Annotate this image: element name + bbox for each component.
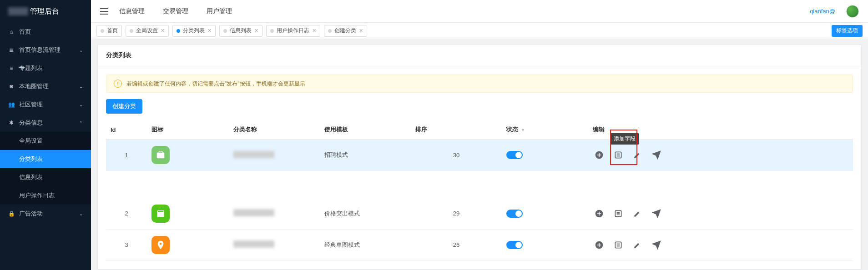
- category-icon: [151, 236, 170, 254]
- sidebar-item-ads[interactable]: 🔒 广告活动 ⌄: [0, 205, 91, 223]
- tab-strip: 首页 全局设置 ✕ 分类列表 ✕ 信息列表 ✕ 用户操作日志 ✕: [91, 23, 868, 39]
- sidebar-item-community[interactable]: 👥 社区管理 ⌄: [0, 95, 91, 114]
- sidebar-item-category[interactable]: ✱ 分类信息 ⌄: [0, 114, 91, 132]
- sidebar-sub-label: 信息列表: [19, 173, 43, 181]
- close-icon[interactable]: ✕: [359, 28, 363, 34]
- tab-options-button[interactable]: 标签选项: [832, 25, 863, 37]
- table-row[interactable]: 1 招聘模式 30 添加字段: [106, 140, 853, 171]
- table-row[interactable]: 2 价格突出模式 29: [106, 198, 853, 230]
- publish-button[interactable]: [650, 239, 663, 251]
- publish-alert: ! 若编辑或创建了任何内容，切记需要点击"发布"按钮，手机端才会更新显示: [106, 75, 853, 93]
- tab-dot-icon: [328, 29, 332, 33]
- sidebar-item-label: 首页: [19, 28, 31, 36]
- tab-create[interactable]: 创建分类 ✕: [324, 25, 367, 37]
- edit-button[interactable]: [631, 239, 644, 251]
- page-title: 分类列表: [98, 45, 861, 66]
- sidebar-sub-label: 分类列表: [19, 155, 43, 163]
- tab-dot-icon: [101, 29, 104, 33]
- sidebar-sub-global[interactable]: 全局设置: [0, 132, 91, 150]
- tab-oplog[interactable]: 用户操作日志 ✕: [266, 25, 320, 37]
- tab-home[interactable]: 首页: [96, 25, 122, 37]
- sidebar-item-home[interactable]: ⌂ 首页: [0, 23, 91, 41]
- status-toggle[interactable]: [506, 241, 523, 249]
- users-icon: 👥: [8, 101, 15, 108]
- cell-sort: 30: [411, 140, 502, 171]
- list-button[interactable]: [612, 239, 625, 251]
- warning-icon: !: [114, 80, 122, 88]
- sidebar-item-label: 本地圈管理: [19, 82, 49, 90]
- chevron-up-icon: ⌄: [79, 120, 83, 125]
- category-name-blurred: [233, 209, 274, 216]
- tooltip: 添加字段: [610, 133, 639, 145]
- star-icon: ✱: [8, 120, 15, 126]
- svg-point-7: [160, 242, 162, 245]
- app-title: 管理后台: [30, 7, 59, 16]
- cell-sort: 26: [411, 229, 502, 260]
- avatar[interactable]: [846, 5, 859, 18]
- alert-text: 若编辑或创建了任何内容，切记需要点击"发布"按钮，手机端才会更新显示: [126, 80, 305, 88]
- publish-button[interactable]: [650, 149, 663, 161]
- svg-rect-0: [157, 153, 165, 159]
- row-actions: [593, 207, 848, 220]
- topnav-trade[interactable]: 交易管理: [163, 7, 188, 15]
- filter-icon[interactable]: ▾: [522, 127, 524, 132]
- add-field-button[interactable]: [593, 149, 606, 161]
- sidebar: 管理后台 ⌂ 首页 ≣ 首页信息流管理 ⌄ ≡ 专题列表 ◙ 本地圈管理 ⌄: [0, 0, 91, 270]
- tab-label: 首页: [107, 27, 118, 35]
- rss-icon: ≣: [8, 47, 15, 53]
- content-scroll: 分类列表 ! 若编辑或创建了任何内容，切记需要点击"发布"按钮，手机端才会更新显…: [91, 39, 868, 270]
- table-row[interactable]: 3 经典单图模式 26: [106, 229, 853, 260]
- svg-rect-1: [159, 151, 162, 153]
- top-nav: 信息管理 交易管理 用户管理: [119, 7, 232, 15]
- status-toggle[interactable]: [506, 151, 523, 159]
- edit-button[interactable]: [631, 207, 644, 220]
- tab-dot-icon: [130, 29, 133, 33]
- tab-label: 创建分类: [334, 27, 356, 35]
- add-field-button[interactable]: [593, 239, 606, 251]
- tab-infolist[interactable]: 信息列表 ✕: [219, 25, 262, 37]
- sidebar-sub-oplog[interactable]: 用户操作日志: [0, 186, 91, 205]
- tab-global[interactable]: 全局设置 ✕: [126, 25, 169, 37]
- close-icon[interactable]: ✕: [254, 28, 258, 34]
- sidebar-item-feed[interactable]: ≣ 首页信息流管理 ⌄: [0, 41, 91, 59]
- cell-template: 价格突出模式: [320, 198, 411, 230]
- chevron-down-icon: ⌄: [79, 102, 83, 107]
- table-header-row: Id 图标 分类名称 使用模板 排序 状态 ▾ 编辑: [106, 120, 853, 140]
- menu-toggle-icon[interactable]: [100, 8, 108, 15]
- sidebar-item-label: 首页信息流管理: [19, 46, 61, 54]
- list-button[interactable]: [612, 207, 625, 220]
- status-toggle[interactable]: [506, 210, 523, 218]
- sidebar-item-topics[interactable]: ≡ 专题列表: [0, 59, 91, 77]
- lock-icon: 🔒: [8, 210, 15, 217]
- tab-catlist[interactable]: 分类列表 ✕: [172, 25, 216, 37]
- tab-dot-icon: [270, 29, 274, 33]
- close-icon[interactable]: ✕: [161, 28, 165, 34]
- sidebar-submenu-category: 全局设置 分类列表 信息列表 用户操作日志: [0, 132, 91, 205]
- sidebar-sub-catlist[interactable]: 分类列表: [0, 150, 91, 168]
- cell-template: 招聘模式: [320, 140, 411, 171]
- cell-id: 1: [106, 140, 147, 171]
- sidebar-item-label: 广告活动: [19, 210, 43, 218]
- sidebar-sub-infolist[interactable]: 信息列表: [0, 168, 91, 186]
- close-icon[interactable]: ✕: [207, 28, 212, 34]
- add-field-button[interactable]: [593, 207, 606, 220]
- list-button[interactable]: [612, 149, 625, 161]
- create-category-button[interactable]: 创建分类: [106, 99, 142, 114]
- current-user[interactable]: qianfan@: [810, 8, 835, 15]
- sidebar-item-label: 专题列表: [19, 64, 43, 72]
- svg-rect-4: [157, 212, 164, 217]
- side-menu: ⌂ 首页 ≣ 首页信息流管理 ⌄ ≡ 专题列表 ◙ 本地圈管理 ⌄ 👥 社区管理…: [0, 23, 91, 270]
- edit-button[interactable]: [631, 149, 644, 161]
- table-spacer: [106, 171, 853, 198]
- sidebar-sub-label: 全局设置: [19, 137, 43, 145]
- close-icon[interactable]: ✕: [312, 28, 316, 34]
- topnav-user[interactable]: 用户管理: [207, 7, 232, 15]
- topnav-info[interactable]: 信息管理: [119, 7, 145, 15]
- sidebar-item-local[interactable]: ◙ 本地圈管理 ⌄: [0, 77, 91, 95]
- sidebar-sub-label: 用户操作日志: [19, 191, 55, 200]
- logo-blur: [8, 7, 28, 15]
- tab-label: 用户操作日志: [277, 27, 309, 35]
- publish-button[interactable]: [650, 207, 663, 220]
- category-name-blurred: [233, 240, 274, 248]
- main-area: 信息管理 交易管理 用户管理 qianfan@ 首页 全局设置 ✕ 分类列表: [91, 0, 868, 270]
